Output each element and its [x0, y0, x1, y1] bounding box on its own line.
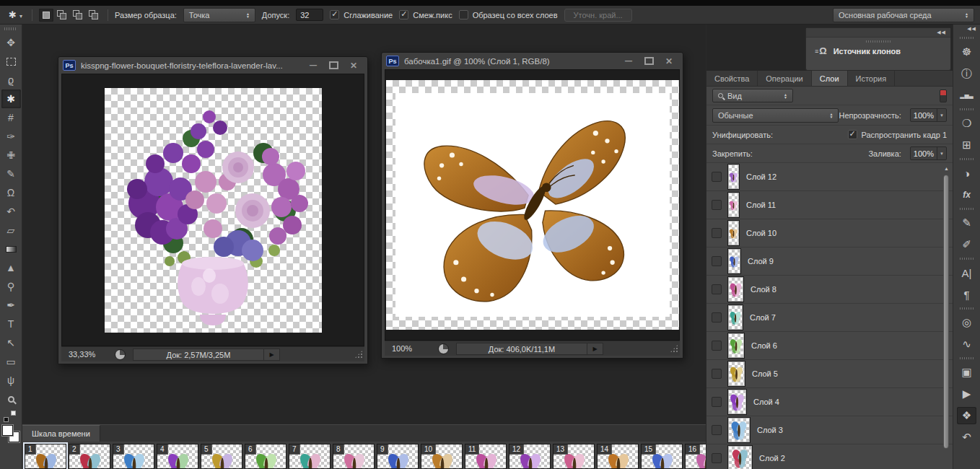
- timeline-panel-icon[interactable]: ▶: [957, 385, 976, 403]
- anti-alias-checkbox[interactable]: [330, 10, 339, 19]
- hand-tool[interactable]: ψ: [1, 371, 21, 390]
- layer-filter-select[interactable]: Вид: [712, 89, 793, 102]
- layer-visibility-checkbox[interactable]: [712, 284, 722, 294]
- canvas-butterfly[interactable]: [386, 80, 679, 330]
- swap-colors-icon[interactable]: [4, 411, 18, 422]
- layer-row-10[interactable]: Слой 10: [706, 219, 953, 247]
- swatches-panel-icon[interactable]: ⊞: [957, 136, 976, 154]
- color-panel-icon[interactable]: ❍: [957, 115, 976, 132]
- status-flyout-button[interactable]: [587, 343, 603, 355]
- layer-row-4[interactable]: Слой 4: [706, 388, 953, 416]
- layer-thumbnail[interactable]: [728, 418, 750, 442]
- frame-10[interactable]: 10: [421, 444, 463, 469]
- move-tool[interactable]: ✥: [1, 33, 21, 52]
- layer-visibility-checkbox[interactable]: [712, 200, 722, 210]
- sample-all-layers-checkbox[interactable]: [459, 10, 468, 19]
- adjustments-panel-icon[interactable]: ◑: [957, 165, 976, 182]
- crop-tool[interactable]: #: [1, 108, 21, 127]
- chevron-down-icon[interactable]: [937, 147, 946, 159]
- brush-tool[interactable]: ✎: [1, 165, 21, 183]
- maximize-button[interactable]: [639, 56, 658, 67]
- propagate-frame-checkbox[interactable]: [848, 130, 857, 139]
- layer-visibility-checkbox[interactable]: [712, 312, 722, 323]
- tab-actions[interactable]: Операции: [758, 71, 811, 86]
- frame-3[interactable]: 3: [113, 444, 154, 469]
- frame-4[interactable]: 4: [157, 444, 198, 469]
- frame-14[interactable]: 14: [597, 444, 639, 469]
- frame-7[interactable]: 7: [289, 444, 331, 469]
- lasso-tool[interactable]: ϱ: [1, 71, 21, 89]
- layer-visibility-checkbox[interactable]: [712, 172, 722, 182]
- chevron-down-icon[interactable]: [937, 109, 946, 121]
- foreground-background-swatches[interactable]: [2, 425, 19, 442]
- tab-properties[interactable]: Свойства: [706, 71, 758, 86]
- layer-row-12[interactable]: Слой 12: [706, 163, 953, 191]
- frame-8[interactable]: 8: [333, 444, 375, 469]
- blend-mode-select[interactable]: Обычные: [712, 108, 839, 123]
- current-tool-dropdown[interactable]: ✱: [6, 9, 25, 21]
- path-select-tool[interactable]: ↖: [1, 333, 21, 352]
- dodge-tool[interactable]: ⚲: [1, 277, 21, 296]
- frame-12[interactable]: 12: [509, 444, 551, 469]
- healing-brush-tool[interactable]: ✙: [1, 146, 21, 165]
- layers-panel-icon[interactable]: ❖: [957, 407, 976, 424]
- brush-panel-icon[interactable]: ✎: [957, 214, 976, 232]
- canvas-bouquet[interactable]: [105, 88, 322, 333]
- tolerance-input[interactable]: [296, 9, 323, 21]
- zoom-level[interactable]: 100%: [385, 344, 431, 353]
- close-button[interactable]: [660, 56, 678, 67]
- sample-size-select[interactable]: Точка: [183, 8, 255, 22]
- paragraph-panel-icon[interactable]: ¶: [957, 286, 976, 303]
- 3d-panel-icon[interactable]: ◎: [957, 314, 976, 331]
- close-button[interactable]: [344, 60, 363, 71]
- layer-row-3[interactable]: Слой 3: [706, 416, 953, 444]
- eyedropper-tool[interactable]: ✑: [1, 127, 21, 146]
- layer-row-6[interactable]: Слой 6: [706, 332, 953, 360]
- styles-panel-icon[interactable]: fx: [957, 186, 976, 203]
- layer-visibility-checkbox[interactable]: [712, 425, 722, 435]
- layer-row-8[interactable]: Слой 8: [706, 276, 953, 304]
- shape-tool[interactable]: ▭: [1, 352, 21, 371]
- subtract-selection-button[interactable]: [71, 9, 85, 22]
- layer-visibility-checkbox[interactable]: [712, 228, 722, 238]
- resize-grip[interactable]: [670, 344, 678, 353]
- layer-row-11[interactable]: Слой 11: [706, 191, 953, 219]
- clone-stamp-tool[interactable]: Ω: [1, 183, 21, 202]
- layer-visibility-checkbox[interactable]: [712, 369, 722, 379]
- magic-wand-tool[interactable]: ✱: [1, 89, 21, 108]
- contiguous-checkbox[interactable]: [399, 10, 408, 19]
- intersect-selection-button[interactable]: [87, 9, 101, 22]
- layer-thumbnail[interactable]: [728, 193, 739, 217]
- window-title-bar[interactable]: Ps бабочка1.gif @ 100% (Слой 1, RGB/8): [385, 53, 680, 69]
- histogram-panel-icon[interactable]: ▂▅▃: [957, 87, 976, 104]
- opacity-field[interactable]: 100%: [910, 108, 947, 122]
- layer-thumbnail[interactable]: [728, 333, 744, 358]
- fill-field[interactable]: 100%: [910, 146, 947, 160]
- frame-2[interactable]: 2: [69, 444, 110, 469]
- layer-visibility-checkbox[interactable]: [712, 341, 722, 351]
- collapse-panel-icon[interactable]: [806, 28, 950, 38]
- brush-presets-panel-icon[interactable]: ✐: [957, 236, 976, 253]
- timeline-tab[interactable]: Шкала времени: [22, 425, 100, 442]
- scrollbar-thumb[interactable]: [943, 175, 949, 449]
- tab-history[interactable]: История: [848, 71, 896, 86]
- document-window-butterfly[interactable]: Ps бабочка1.gif @ 100% (Слой 1, RGB/8): [381, 52, 683, 359]
- type-tool[interactable]: T: [1, 315, 21, 333]
- frame-1[interactable]: 1: [25, 444, 66, 469]
- resize-grip[interactable]: [354, 350, 363, 359]
- zoom-tool[interactable]: [1, 390, 21, 408]
- zoom-level[interactable]: 33,33%: [61, 350, 108, 359]
- frame-11[interactable]: 11: [465, 444, 507, 469]
- filter-toggle-switch[interactable]: [940, 89, 947, 102]
- workspace-select[interactable]: Основная рабочая среда: [833, 8, 974, 22]
- layer-thumbnail[interactable]: [728, 390, 746, 414]
- layer-thumbnail[interactable]: [728, 305, 743, 330]
- layer-row-5[interactable]: Слой 5: [706, 360, 953, 388]
- layer-visibility-checkbox[interactable]: [712, 256, 722, 266]
- pen-tool[interactable]: ✒: [1, 296, 21, 315]
- window-title-bar[interactable]: Ps kisspng-flower-bouquet-floristry-tele…: [61, 57, 364, 74]
- refine-edge-button[interactable]: Уточн. край...: [564, 9, 632, 22]
- frame-6[interactable]: 6: [245, 444, 286, 469]
- frame-5[interactable]: 5: [201, 444, 242, 469]
- layer-thumbnail[interactable]: [728, 165, 739, 189]
